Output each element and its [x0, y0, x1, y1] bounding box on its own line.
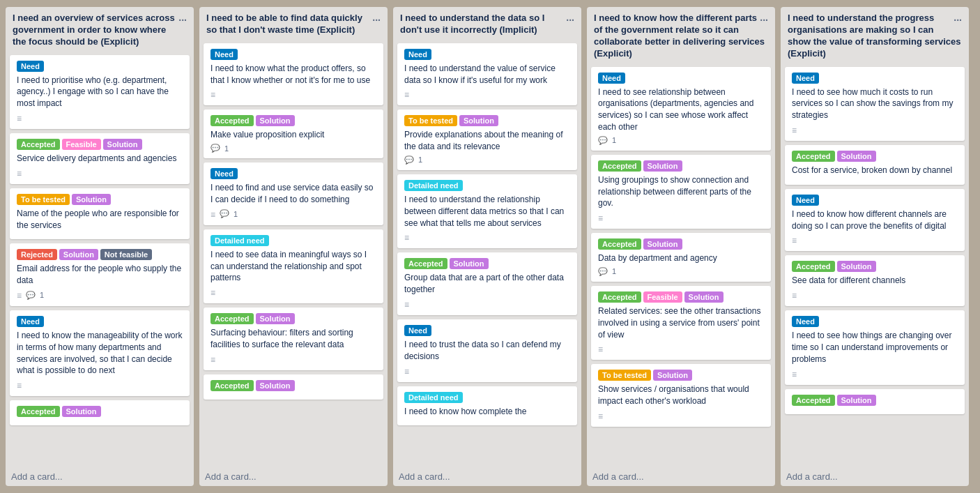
column-header-2: ···I need to be able to find data quickl… [199, 7, 388, 40]
card-text: Surfacing behaviour: filters and sorting… [210, 327, 376, 351]
list-item[interactable]: NeedI need to know the manageability of … [10, 310, 190, 396]
column-options-icon[interactable]: ··· [954, 14, 962, 26]
comment-count: 1 [233, 210, 238, 218]
column-options-icon[interactable]: ··· [178, 14, 187, 26]
list-item[interactable]: AcceptedFeasibleSolutionRelated services… [591, 286, 771, 360]
badge-accepted: Accepted [17, 139, 60, 150]
divider-icon: ≡ [210, 210, 215, 220]
badge-accepted: Accepted [598, 291, 641, 303]
divider-icon: ≡ [404, 233, 409, 243]
badge-row: To be testedSolution [404, 115, 570, 126]
badge-accepted: Accepted [792, 261, 835, 272]
card-text: I need to know how complete the [404, 406, 570, 418]
list-item[interactable]: NeedI need to know how different channel… [785, 189, 965, 252]
badge-solution: Solution [837, 151, 876, 162]
list-item[interactable]: AcceptedSolution [10, 400, 190, 425]
column-options-icon[interactable]: ··· [372, 14, 381, 26]
list-item[interactable]: AcceptedFeasibleSolutionService delivery… [10, 133, 190, 184]
column-5: ···I need to understand the progress org… [781, 7, 969, 486]
column-header-4: ···I need to know how the different part… [587, 7, 775, 64]
badge-not_feasible: Not feasible [100, 249, 152, 260]
divider-icon: ≡ [210, 288, 215, 298]
comment-icon: 💬 [220, 209, 229, 218]
list-item[interactable]: NeedI need to prioritise who (e.g. depar… [10, 55, 190, 129]
list-item[interactable]: NeedI need to see relationship between o… [591, 67, 771, 151]
badge-detailed_need: Detailed need [404, 392, 463, 403]
card-footer: 💬1 [210, 144, 376, 153]
badge-solution: Solution [643, 238, 682, 250]
list-item[interactable]: AcceptedSolutionGroup data that are a pa… [397, 252, 577, 315]
add-card-button[interactable]: Add a card... [781, 467, 969, 486]
list-item[interactable]: AcceptedSolutionSee data for different c… [785, 255, 965, 306]
badge-to_be_tested: To be tested [598, 370, 651, 381]
list-item[interactable]: To be testedSolutionShow services / orga… [591, 364, 771, 427]
divider-icon: ≡ [404, 367, 409, 377]
card-footer: ≡ [17, 167, 183, 179]
divider-icon: ≡ [598, 213, 603, 223]
badge-need: Need [792, 195, 819, 206]
card-footer: ≡💬1 [17, 289, 183, 301]
card-footer: ≡ [598, 343, 764, 354]
badge-solution: Solution [72, 194, 111, 205]
card-footer: ≡ [210, 354, 376, 365]
add-card-button[interactable]: Add a card... [6, 467, 194, 486]
badge-feasible: Feasible [62, 139, 101, 150]
badge-solution: Solution [450, 258, 489, 269]
add-card-button[interactable]: Add a card... [199, 467, 388, 486]
badge-solution: Solution [62, 406, 101, 417]
card-footer: ≡ [17, 379, 183, 390]
list-item[interactable]: AcceptedSolution [785, 389, 965, 414]
badge-row: AcceptedSolution [598, 160, 764, 172]
badge-solution: Solution [103, 139, 142, 150]
card-text: I need to find and use service data easi… [210, 182, 376, 206]
divider-icon: ≡ [792, 291, 797, 301]
badge-solution: Solution [653, 370, 692, 381]
list-item[interactable]: NeedI need to trust the data so I can de… [397, 319, 577, 382]
list-item[interactable]: AcceptedSolutionData by department and a… [591, 233, 771, 282]
list-item[interactable]: AcceptedSolution [204, 374, 383, 400]
list-item[interactable]: NeedI need to see how things are changin… [785, 310, 965, 384]
card-footer: ≡ [210, 287, 376, 298]
list-item[interactable]: AcceptedSolutionUsing groupings to show … [591, 155, 771, 229]
card-footer: ≡ [404, 298, 570, 310]
list-item[interactable]: AcceptedSolutionCost for a service, brok… [785, 145, 965, 185]
add-card-button[interactable]: Add a card... [393, 467, 581, 486]
list-item[interactable]: To be testedSolutionProvide explanations… [397, 109, 577, 170]
comment-icon: 💬 [26, 291, 36, 300]
list-item[interactable]: AcceptedSolutionSurfacing behaviour: fil… [204, 308, 383, 370]
list-item[interactable]: To be testedSolutionName of the people w… [10, 188, 190, 240]
list-item[interactable]: NeedI need to know what the product offe… [204, 43, 383, 106]
badge-row: AcceptedSolution [210, 313, 376, 324]
badge-need: Need [404, 325, 431, 336]
badge-row: Need [792, 316, 958, 327]
comment-icon: 💬 [598, 267, 608, 276]
comment-count: 1 [40, 291, 44, 299]
column-options-icon[interactable]: ··· [760, 14, 768, 26]
list-item[interactable]: Detailed needI need to know how complete… [397, 386, 577, 426]
card-footer: ≡ [404, 365, 570, 377]
list-item[interactable]: NeedI need to understand the value of se… [397, 43, 577, 106]
card-footer: ≡ [404, 232, 570, 243]
list-item[interactable]: NeedI need to find and use service data … [204, 162, 383, 225]
badge-row: AcceptedSolution [210, 380, 376, 391]
badge-row: Need [210, 168, 376, 179]
comment-icon: 💬 [404, 156, 414, 165]
badge-row: Need [598, 73, 764, 84]
list-item[interactable]: RejectedSolutionNot feasibleEmail addres… [10, 243, 190, 306]
column-options-icon[interactable]: ··· [566, 14, 574, 26]
card-text: I need to see how much it costs to run s… [792, 86, 958, 121]
badge-row: Need [17, 316, 183, 327]
badge-row: Need [404, 325, 570, 336]
list-item[interactable]: NeedI need to see how much it costs to r… [785, 67, 965, 141]
add-card-button[interactable]: Add a card... [587, 467, 775, 486]
card-text: I need to know what the product offers, … [210, 63, 376, 86]
card-footer: ≡ [792, 289, 958, 301]
card-text: Using groupings to show connection and r… [598, 174, 764, 209]
card-text: Name of the people who are responsible f… [17, 208, 183, 232]
list-item[interactable]: Detailed needI need to see data in meani… [204, 229, 383, 303]
list-item[interactable]: AcceptedSolutionMake value proposition e… [204, 109, 383, 158]
badge-accepted: Accepted [210, 313, 254, 324]
column-body-3: NeedI need to understand the value of se… [393, 40, 581, 467]
list-item[interactable]: Detailed needI need to understand the re… [397, 174, 577, 248]
badge-need: Need [598, 73, 625, 84]
